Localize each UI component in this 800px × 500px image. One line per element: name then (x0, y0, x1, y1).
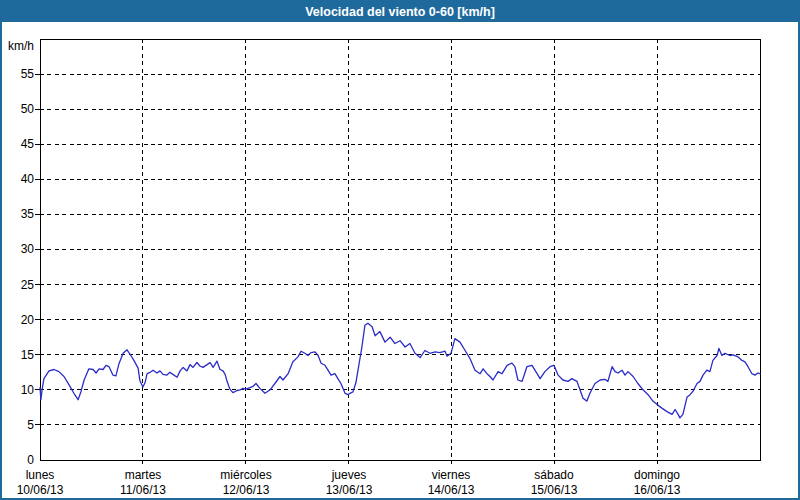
y-tick-label: 35 (4, 207, 34, 221)
x-day-label: lunes (0, 468, 90, 482)
x-date-label: 16/06/13 (607, 483, 707, 497)
y-tick-label: 5 (4, 418, 34, 432)
x-day-label: miércoles (196, 468, 296, 482)
y-tick-label: 40 (4, 172, 34, 186)
y-tick-label: 10 (4, 383, 34, 397)
x-date-label: 13/06/13 (299, 483, 399, 497)
x-date-label: 15/06/13 (504, 483, 604, 497)
y-tick-label: 50 (4, 102, 34, 116)
x-day-label: domingo (607, 468, 707, 482)
y-tick-label: 45 (4, 137, 34, 151)
y-axis-unit-label: km/h (4, 39, 34, 53)
x-day-label: viernes (401, 468, 501, 482)
plot-border (40, 39, 760, 460)
chart-window: Velocidad del viento 0-60 [km/h] km/h 55… (0, 0, 800, 500)
x-date-label: 14/06/13 (401, 483, 501, 497)
x-date-label: 11/06/13 (93, 483, 193, 497)
y-tick-label: 20 (4, 313, 34, 327)
y-tick-label: 15 (4, 348, 34, 362)
x-day-label: martes (93, 468, 193, 482)
x-day-label: sábado (504, 468, 604, 482)
y-tick-label: 0 (4, 453, 34, 467)
data-series-line (40, 323, 760, 418)
x-date-label: 10/06/13 (0, 483, 90, 497)
x-day-label: jueves (299, 468, 399, 482)
chart-stage: Velocidad del viento 0-60 [km/h] km/h 55… (2, 2, 798, 498)
y-tick-label: 25 (4, 278, 34, 292)
y-tick-label: 55 (4, 67, 34, 81)
y-tick-label: 30 (4, 242, 34, 256)
x-date-label: 12/06/13 (196, 483, 296, 497)
chart-plot (2, 2, 798, 498)
